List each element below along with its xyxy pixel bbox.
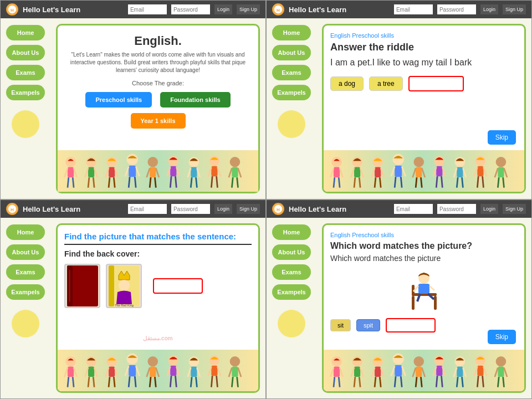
nav-about-2[interactable]: About Us (272, 45, 311, 60)
svg-rect-171 (232, 367, 238, 377)
svg-line-54 (232, 177, 233, 188)
signup-button-4[interactable]: Sign Up (503, 204, 526, 214)
password-input-1[interactable] (171, 4, 210, 14)
nav-exams-3[interactable]: Exams (6, 264, 45, 280)
skip-button-4[interactable]: Skip (488, 330, 516, 344)
svg-line-229 (462, 377, 463, 387)
book-king-card[interactable]: The Red King (106, 264, 142, 308)
svg-line-232 (474, 367, 478, 376)
nav-exams-1[interactable]: Exams (6, 65, 45, 80)
svg-line-198 (354, 377, 355, 387)
svg-line-110 (498, 177, 499, 188)
svg-line-69 (359, 177, 360, 188)
word-subtitle: Which word matches the picture (330, 254, 518, 263)
svg-line-40 (188, 168, 191, 177)
svg-line-148 (147, 367, 150, 377)
password-input-4[interactable] (437, 204, 476, 214)
option-sit[interactable]: sit (330, 319, 351, 331)
svg-line-185 (429, 286, 434, 290)
logo-2: H (272, 3, 284, 16)
kids-strip-2 (324, 150, 524, 192)
foundation-btn[interactable]: Foundation skills (160, 92, 230, 108)
email-input-2[interactable] (394, 4, 433, 14)
svg-line-160 (188, 367, 191, 377)
svg-rect-77 (395, 166, 402, 177)
svg-line-67 (360, 168, 364, 177)
svg-line-197 (360, 367, 364, 377)
svg-line-235 (483, 376, 484, 387)
svg-point-224 (455, 356, 466, 367)
signup-button-2[interactable]: Sign Up (503, 4, 526, 14)
preschool-btn[interactable]: Preschool skills (85, 92, 152, 108)
svg-rect-51 (232, 167, 238, 178)
riddle-text: I am a pet.I like to wag my tail I bark (330, 56, 518, 69)
nav-home-2[interactable]: Home (272, 25, 311, 40)
svg-rect-165 (211, 366, 217, 376)
option-dog[interactable]: a dog (330, 76, 364, 91)
nav-examples-1[interactable]: Exampels (6, 85, 45, 100)
nav-home-4[interactable]: Home (272, 224, 311, 240)
nav-about-1[interactable]: About Us (6, 45, 45, 60)
svg-line-25 (135, 177, 136, 187)
svg-line-149 (156, 367, 159, 377)
year1-btn[interactable]: Year 1 skills (131, 113, 186, 129)
svg-point-140 (126, 353, 137, 364)
nav-home-1[interactable]: Home (6, 25, 45, 40)
kids-strip-4 (324, 350, 524, 391)
svg-line-35 (176, 167, 180, 177)
login-button-2[interactable]: Login (480, 4, 498, 14)
login-button-1[interactable]: Login (214, 4, 232, 14)
nav-about-4[interactable]: About Us (272, 244, 311, 260)
find-answer-input[interactable] (153, 278, 203, 294)
svg-line-163 (196, 377, 197, 387)
answer-options: a dog a tree (330, 76, 518, 91)
book-red-card[interactable] (64, 264, 100, 308)
password-input-2[interactable] (437, 4, 476, 14)
svg-line-142 (125, 366, 129, 376)
nav-home-3[interactable]: Home (6, 224, 45, 240)
signup-button-1[interactable]: Sign Up (237, 4, 260, 14)
password-input-3[interactable] (171, 204, 210, 214)
word-answer-input[interactable] (386, 318, 436, 332)
nav-exams-2[interactable]: Exams (272, 65, 311, 80)
svg-line-238 (495, 367, 498, 377)
nav-examples-4[interactable]: Exampels (272, 284, 311, 300)
svg-point-120 (119, 280, 130, 291)
nav-examples-3[interactable]: Exampels (6, 284, 45, 300)
kids-bg-3 (58, 350, 258, 391)
svg-line-105 (483, 176, 484, 187)
svg-line-139 (114, 377, 115, 387)
svg-point-26 (147, 157, 158, 167)
svg-rect-83 (416, 167, 422, 178)
svg-rect-180 (434, 296, 437, 310)
svg-line-196 (351, 367, 354, 377)
option-spit[interactable]: spit (356, 319, 380, 331)
svg-rect-118 (109, 265, 114, 306)
svg-line-72 (372, 168, 375, 177)
word-box: English Preschool skills Which word matc… (322, 223, 526, 393)
login-button-3[interactable]: Login (214, 204, 232, 214)
login-button-4[interactable]: Login (480, 204, 498, 214)
signup-button-3[interactable]: Sign Up (237, 204, 260, 214)
email-input-3[interactable] (128, 204, 167, 214)
svg-line-78 (391, 167, 395, 177)
svg-text:H: H (11, 207, 14, 212)
svg-rect-9 (88, 167, 94, 178)
email-input-1[interactable] (128, 4, 167, 14)
svg-point-212 (413, 356, 424, 367)
skip-button-2[interactable]: Skip (488, 130, 516, 145)
svg-point-170 (230, 356, 241, 367)
svg-line-60 (330, 168, 334, 177)
answer-input-2[interactable] (408, 76, 464, 91)
option-tree[interactable]: a tree (369, 76, 403, 91)
svg-line-97 (463, 168, 466, 177)
nav-examples-2[interactable]: Exampels (272, 85, 311, 100)
email-input-4[interactable] (394, 204, 433, 214)
nav-about-3[interactable]: About Us (6, 244, 45, 260)
panel-3: H Hello Let's Learn Login Sign Up Home A… (0, 200, 266, 399)
nav-exams-4[interactable]: Exams (272, 264, 311, 280)
svg-line-190 (330, 367, 334, 377)
svg-line-85 (422, 168, 425, 177)
svg-line-86 (416, 177, 417, 188)
english-title: English. (66, 34, 250, 48)
